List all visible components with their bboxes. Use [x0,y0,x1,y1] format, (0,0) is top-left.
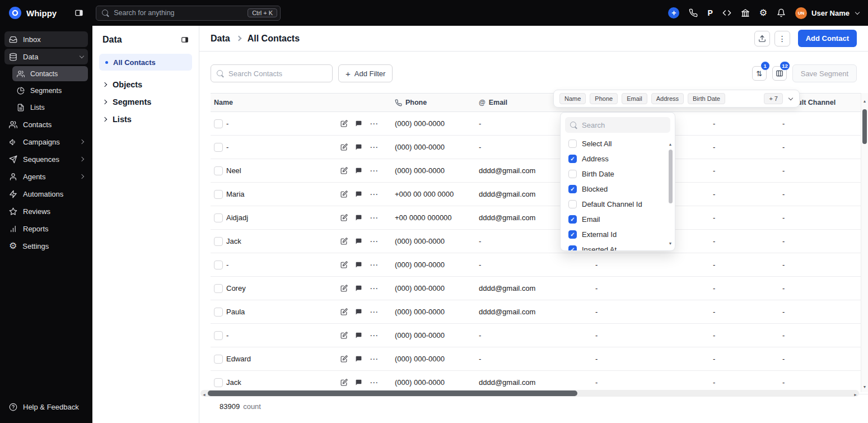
column-option[interactable]: Select All [565,136,670,151]
edit-contact-icon[interactable] [340,261,348,268]
column-checkbox[interactable] [568,200,577,208]
message-icon[interactable] [355,238,362,245]
scrollbar-thumb[interactable] [862,109,867,144]
scrollbar-thumb[interactable] [208,391,577,396]
sidebar-item-contacts-sub[interactable]: Contacts [12,66,88,81]
column-option[interactable]: Default Channel Id [565,197,670,212]
more-options-button[interactable] [774,31,790,47]
column-chip[interactable]: Birth Date [688,93,725,104]
dropdown-scrollbar[interactable] [668,137,673,248]
sidebar-item-help[interactable]: Help & Feedback [4,399,88,415]
whippy-logo[interactable] [9,7,21,19]
global-search-input[interactable] [114,9,243,17]
message-icon[interactable] [355,261,362,268]
developer-button[interactable] [722,8,731,17]
subsidebar-group-lists[interactable]: Lists [99,111,192,128]
notifications-button[interactable] [777,8,786,17]
column-checkbox[interactable] [568,155,577,163]
scroll-down-icon[interactable] [863,380,867,391]
add-filter-button[interactable]: Add Filter [338,64,393,82]
col-header-name[interactable]: Name [211,99,386,106]
column-option[interactable]: External Id [565,227,670,242]
global-search[interactable]: Ctrl + K [96,6,281,21]
column-checkbox[interactable] [568,140,577,148]
export-button[interactable] [754,31,770,47]
contacts-search[interactable] [211,64,333,82]
sidebar-item-reports[interactable]: Reports [4,221,88,236]
columns-search[interactable] [565,117,670,133]
columns-button[interactable]: 12 [772,66,787,81]
edit-contact-icon[interactable] [340,355,348,362]
avatar[interactable]: UN [795,7,807,19]
row-checkbox[interactable] [214,119,223,128]
payments-button[interactable] [707,8,712,18]
save-segment-button[interactable]: Save Segment [792,64,857,82]
column-option[interactable]: Birth Date [565,166,670,182]
row-more-icon[interactable] [370,190,378,198]
sidebar-item-agents[interactable]: Agents [4,169,88,184]
column-chip[interactable]: Phone [590,93,618,104]
edit-contact-icon[interactable] [340,238,348,245]
message-icon[interactable] [355,308,362,315]
edit-contact-icon[interactable] [340,379,348,386]
row-checkbox[interactable] [214,355,223,364]
sidebar-item-campaigns[interactable]: Campaigns [4,134,88,150]
column-option[interactable]: Address [565,151,670,166]
row-more-icon[interactable] [370,331,378,340]
row-checkbox[interactable] [214,261,223,269]
message-icon[interactable] [355,379,362,386]
row-checkbox[interactable] [214,237,223,246]
collapse-panel-button[interactable] [181,36,189,44]
row-more-icon[interactable] [370,143,378,151]
sidebar-item-settings[interactable]: Settings [4,238,88,254]
vertical-scrollbar[interactable] [861,93,868,392]
column-checkbox[interactable] [568,170,577,178]
message-icon[interactable] [355,285,362,292]
subsidebar-item-all-contacts[interactable]: All Contacts [99,54,192,71]
column-checkbox[interactable] [568,230,577,239]
row-checkbox[interactable] [214,190,223,199]
column-chip[interactable]: Address [651,93,684,104]
sort-button[interactable]: 1 [752,66,767,81]
row-more-icon[interactable] [370,378,378,387]
row-more-icon[interactable] [370,237,378,245]
row-checkbox[interactable] [214,284,223,293]
scroll-down-icon[interactable] [669,237,673,247]
quick-add-button[interactable] [668,7,679,18]
message-icon[interactable] [355,190,362,198]
message-icon[interactable] [355,332,362,339]
column-option[interactable]: Blocked [565,182,670,197]
message-icon[interactable] [355,355,362,362]
edit-contact-icon[interactable] [340,167,348,174]
column-checkbox[interactable] [568,185,577,193]
settings-button[interactable] [759,8,767,18]
edit-contact-icon[interactable] [340,308,348,315]
add-contact-button[interactable]: Add Contact [798,30,857,47]
row-more-icon[interactable] [370,213,378,222]
sidebar-item-segments-sub[interactable]: Segments [12,83,88,98]
sidebar-item-data[interactable]: Data [4,49,88,64]
subsidebar-group-objects[interactable]: Objects [99,76,192,93]
sidebar-item-automations[interactable]: Automations [4,186,88,202]
calls-button[interactable] [689,8,698,17]
message-icon[interactable] [355,120,362,127]
edit-contact-icon[interactable] [340,214,348,221]
row-checkbox[interactable] [214,166,223,175]
row-more-icon[interactable] [370,308,378,316]
row-checkbox[interactable] [214,308,223,317]
row-more-icon[interactable] [370,284,378,292]
edit-contact-icon[interactable] [340,285,348,292]
subsidebar-group-segments[interactable]: Segments [99,94,192,110]
scroll-left-icon[interactable] [202,388,206,398]
organization-button[interactable] [741,8,750,17]
message-icon[interactable] [355,143,362,151]
edit-contact-icon[interactable] [340,120,348,127]
message-icon[interactable] [355,214,362,221]
column-chip[interactable]: Name [559,93,586,104]
edit-contact-icon[interactable] [340,143,348,151]
sidebar-item-contacts[interactable]: Contacts [4,117,88,132]
column-option[interactable]: Inserted At [565,242,670,251]
columns-search-input[interactable] [582,121,665,129]
sidebar-item-inbox[interactable]: Inbox [4,31,88,47]
more-columns-chip[interactable]: + 7 [764,93,783,104]
